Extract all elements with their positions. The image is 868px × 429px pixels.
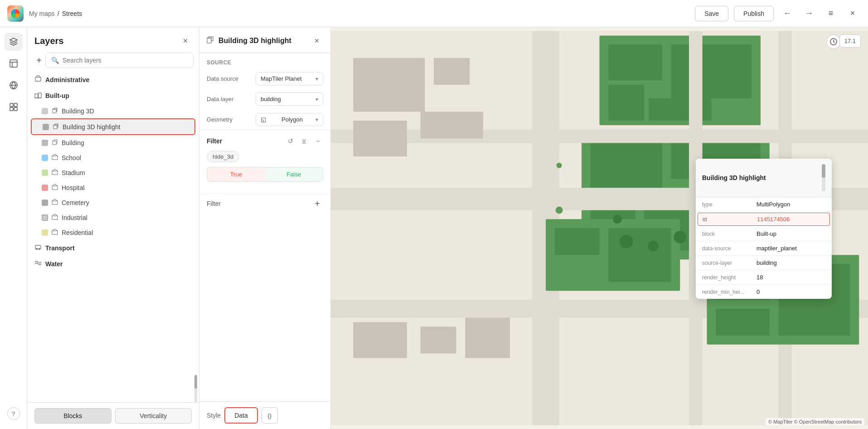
- group-builtup-label: Built-up: [45, 92, 69, 99]
- popup-card: Building 3D highlight type MultiPolygon …: [696, 159, 832, 299]
- logo-icon: [11, 9, 20, 18]
- stadium-icon: [52, 169, 58, 176]
- building-icon: [52, 139, 58, 146]
- data-source-dropdown[interactable]: MapTiler Planet ▾: [256, 72, 323, 85]
- popup-header: Building 3D highlight: [696, 159, 832, 197]
- popup-val-renderheight: 18: [756, 274, 763, 281]
- group-transport-label: Transport: [45, 244, 75, 252]
- popup-row-id: id 1145174506: [698, 213, 830, 226]
- nav-data-button[interactable]: [5, 54, 23, 73]
- clock-icon: [826, 34, 841, 49]
- add-layer-button[interactable]: +: [33, 54, 45, 67]
- water-group-icon: [34, 259, 42, 268]
- svg-rect-63: [716, 309, 770, 336]
- popup-key-id: id: [703, 216, 757, 223]
- nav-style-button[interactable]: [5, 76, 23, 94]
- filter-title: Filter: [207, 137, 222, 145]
- popup-key-type: type: [702, 201, 756, 208]
- layer-building3d-highlight-color: [43, 124, 49, 130]
- nav-plugins-button[interactable]: [5, 98, 23, 116]
- hospital-icon: [52, 184, 58, 191]
- geometry-dropdown[interactable]: ◱ Polygon ▾: [256, 113, 323, 126]
- popup-val-type: MultiPolygon: [756, 201, 790, 208]
- layer-industrial[interactable]: Industrial: [31, 210, 195, 225]
- data-layer-value: building: [261, 96, 281, 102]
- json-button[interactable]: {}: [262, 407, 278, 424]
- breadcrumb-separator: /: [58, 10, 59, 17]
- filter-false-button[interactable]: False: [265, 167, 323, 181]
- layer-cemetery[interactable]: Cemetery: [31, 195, 195, 210]
- svg-rect-40: [608, 85, 644, 121]
- logo[interactable]: [7, 5, 24, 22]
- nav-layers-button[interactable]: [5, 33, 23, 51]
- close-button[interactable]: ×: [844, 5, 861, 22]
- popup-scrollbar[interactable]: [822, 164, 825, 191]
- map-area[interactable]: 17.1 Building 3D highlight type MultiPol…: [331, 27, 868, 429]
- popup-scrollbar-handle[interactable]: [822, 164, 825, 178]
- group-transport[interactable]: Transport: [31, 240, 195, 256]
- forward-button[interactable]: →: [801, 5, 817, 22]
- menu-button[interactable]: ≡: [823, 5, 839, 22]
- data-layer-label: Data layer: [207, 96, 252, 102]
- add-filter-button[interactable]: +: [311, 198, 323, 210]
- svg-rect-17: [53, 125, 57, 129]
- filter-minus-button[interactable]: −: [312, 136, 323, 146]
- search-icon: 🔍: [51, 57, 59, 64]
- save-button[interactable]: Save: [695, 6, 728, 21]
- data-source-chevron: ▾: [315, 76, 318, 82]
- topbar: My maps / Streets Save Publish ← → ≡ ×: [0, 0, 868, 27]
- icon-sidebar: ?: [0, 27, 27, 429]
- group-water[interactable]: Water: [31, 256, 195, 272]
- svg-point-66: [674, 231, 686, 244]
- popup-row-renderminheight: render_min_hei... 0: [696, 285, 832, 299]
- group-builtup[interactable]: Built-up: [31, 88, 195, 103]
- layer-stadium-color: [42, 170, 48, 176]
- publish-button[interactable]: Publish: [734, 6, 774, 21]
- search-input[interactable]: [63, 57, 188, 64]
- builtup-group-icon: [34, 91, 42, 100]
- layer-building3d-highlight-label: Building 3D highlight: [63, 123, 121, 131]
- help-button[interactable]: ?: [7, 407, 20, 420]
- filter-sliders-button[interactable]: ⧖: [299, 136, 310, 146]
- layers-close-button[interactable]: ×: [179, 34, 192, 47]
- breadcrumb-parent[interactable]: My maps: [29, 10, 55, 17]
- layer-building3d-label: Building 3D: [62, 107, 94, 115]
- geometry-value: Polygon: [281, 116, 303, 123]
- filter-true-button[interactable]: True: [207, 167, 265, 181]
- popup-row-datasource: data-source maptiler_planet: [696, 241, 832, 256]
- group-administrative[interactable]: Administrative: [31, 72, 195, 88]
- svg-rect-69: [421, 327, 456, 353]
- building3d-icon: [52, 107, 58, 115]
- layer-building3d[interactable]: Building 3D: [31, 103, 195, 118]
- data-tab-button[interactable]: Data: [224, 407, 258, 424]
- detail-panel-icon: [207, 36, 215, 46]
- verticality-tab[interactable]: Verticality: [115, 408, 192, 424]
- layers-list: Administrative Built-up: [27, 72, 199, 377]
- svg-rect-8: [14, 107, 17, 111]
- popup-row-renderheight: render_height 18: [696, 270, 832, 285]
- layer-building[interactable]: Building: [31, 135, 195, 150]
- layer-hospital[interactable]: Hospital: [31, 180, 195, 195]
- source-section-label: Source: [199, 53, 330, 68]
- blocks-tab[interactable]: Blocks: [34, 408, 112, 424]
- svg-rect-68: [353, 322, 407, 358]
- popup-key-sourcelayer: source-layer: [702, 260, 756, 266]
- layer-building3d-highlight[interactable]: Building 3D highlight: [31, 118, 195, 135]
- back-button[interactable]: ←: [779, 5, 795, 22]
- svg-rect-13: [53, 109, 56, 113]
- zoom-badge: 17.1: [839, 34, 861, 48]
- admin-group-icon: [34, 75, 42, 84]
- svg-rect-53: [353, 58, 425, 112]
- layer-residential-color: [42, 229, 48, 236]
- data-layer-dropdown[interactable]: building ▾: [256, 93, 323, 106]
- layer-stadium[interactable]: Stadium: [31, 165, 195, 180]
- popup-val-id: 1145174506: [757, 216, 790, 223]
- layer-hospital-label: Hospital: [62, 184, 85, 191]
- filter-reset-button[interactable]: ↺: [285, 136, 296, 146]
- layer-stadium-label: Stadium: [62, 169, 85, 176]
- detail-close-button[interactable]: ×: [310, 34, 323, 47]
- layer-industrial-color: [42, 214, 48, 221]
- layer-school[interactable]: School: [31, 150, 195, 165]
- layer-residential[interactable]: Residential: [31, 225, 195, 240]
- svg-point-71: [556, 207, 563, 214]
